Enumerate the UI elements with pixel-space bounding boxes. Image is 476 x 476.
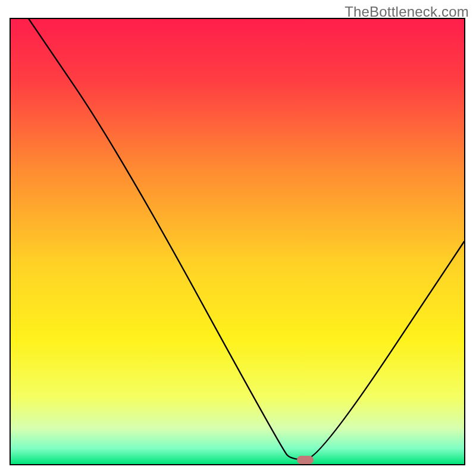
plot-area [10,18,465,465]
optimal-marker [297,456,314,464]
watermark-text: TheBottleneck.com [345,4,469,20]
chart-frame: TheBottleneck.com [0,0,476,476]
bottleneck-curve [11,19,464,464]
